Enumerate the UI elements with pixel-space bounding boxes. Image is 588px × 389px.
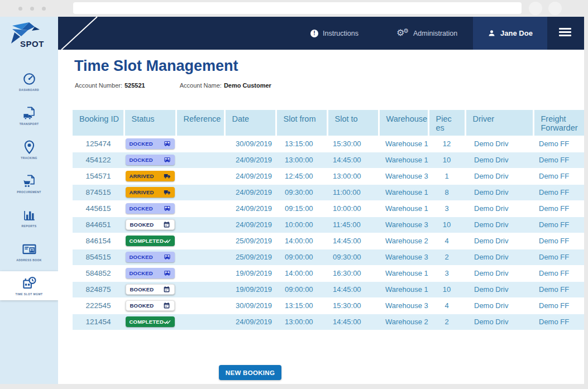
cell-driver: Demo Driv xyxy=(465,200,533,217)
cell-status: COMPLETED xyxy=(124,233,176,249)
cell-warehouse: Warehouse 3 xyxy=(379,297,428,314)
gears-icon: ⚙⚙ xyxy=(396,28,409,39)
sidebar-item-time-slot-management[interactable]: TIME SLOT MGMT xyxy=(0,271,58,300)
cell-slot-from: 13:00:00 xyxy=(276,152,327,168)
cell-pieces: 3 xyxy=(428,200,465,217)
cell-date: 30/09/2019 xyxy=(224,297,276,314)
cell-freight-forwarder: Demo FF xyxy=(533,297,584,314)
status-badge: BOOKED xyxy=(126,284,175,295)
table-row[interactable]: 824875BOOKED19/09/201909:00:0014:45:00Wa… xyxy=(73,281,584,297)
status-badge-label: BOOKED xyxy=(130,302,154,309)
decorative-diagonal xyxy=(58,17,108,50)
status-badge-label: ARRIVED xyxy=(130,173,154,179)
cell-warehouse: Warehouse 1 xyxy=(379,200,428,217)
cell-pieces: 2 xyxy=(428,314,465,330)
cell-booking-id: 125474 xyxy=(73,136,124,152)
table-row[interactable]: 874515ARRIVED24/09/201909:30:0011:00:00W… xyxy=(73,184,584,200)
table-row[interactable]: 854515DOCKED25/09/201909:00:0009:30:00Wa… xyxy=(73,249,584,265)
table-row[interactable]: 222545BOOKED30/09/201913:15:0015:30:00Wa… xyxy=(73,297,584,314)
sidebar-item-label: TRANSPORT xyxy=(20,122,39,126)
status-badge-label: DOCKED xyxy=(130,141,153,147)
sidebar-item-label: DASHBOARD xyxy=(19,88,39,92)
column-header-freight-forwarder: Freight Forwarder xyxy=(533,110,584,136)
cell-date: 24/09/2019 xyxy=(224,152,276,168)
table-row[interactable]: 125474DOCKED30/09/201913:15:0015:30:00Wa… xyxy=(73,136,584,152)
cell-freight-forwarder: Demo FF xyxy=(533,281,584,297)
status-badge-label: BOOKED xyxy=(130,222,154,228)
browser-button[interactable] xyxy=(548,2,562,15)
cell-booking-id: 846154 xyxy=(73,233,124,249)
status-badge-label: ARRIVED xyxy=(130,189,154,195)
table-row[interactable]: 121454COMPLETED24/09/201913:00:0014:45:0… xyxy=(73,314,584,330)
sidebar-item-reports[interactable]: REPORTS xyxy=(0,203,58,232)
cell-booking-id: 584852 xyxy=(73,265,124,281)
calendar-icon xyxy=(163,286,170,293)
table-row[interactable]: 846154COMPLETED25/09/201914:00:0014:45:0… xyxy=(73,233,584,249)
cell-pieces: 8 xyxy=(428,184,465,200)
navbar-item-instructions[interactable]: !Instructions xyxy=(310,17,358,50)
cell-warehouse: Warehouse 1 xyxy=(379,152,428,168)
truck-front-icon xyxy=(164,205,171,212)
cell-warehouse: Warehouse 2 xyxy=(379,233,428,249)
cell-status: DOCKED xyxy=(124,136,176,152)
sidebar-item-procurement[interactable]: PROCUREMENT xyxy=(0,169,58,198)
user-menu[interactable]: Jane Doe xyxy=(473,17,547,50)
table-row[interactable]: 154571ARRIVED24/09/201912:45:0013:00:00W… xyxy=(73,168,584,184)
cell-slot-from: 10:00:00 xyxy=(276,217,327,233)
status-badge: ARRIVED xyxy=(126,187,175,198)
column-header-date: Date xyxy=(224,110,276,136)
sidebar-item-transport[interactable]: TRANSPORT xyxy=(0,101,58,130)
cell-booking-id: 844651 xyxy=(73,217,124,233)
cell-booking-id: 454122 xyxy=(73,152,124,168)
table-row[interactable]: 454122DOCKED24/09/201913:00:0014:45:00Wa… xyxy=(73,152,584,168)
address-bar[interactable] xyxy=(73,2,522,14)
cell-slot-from: 09:15:00 xyxy=(276,200,327,217)
cell-freight-forwarder: Demo FF xyxy=(533,265,584,281)
cell-slot-to: 14:45:00 xyxy=(327,233,379,249)
navbar-item-label: Administration xyxy=(413,30,457,37)
navbar-item-administration[interactable]: ⚙⚙Administration xyxy=(396,17,457,50)
sidebar-item-dashboard[interactable]: DASHBOARD xyxy=(0,67,58,96)
cell-slot-to: 14:45:00 xyxy=(327,314,379,330)
sidebar-item-address-book[interactable]: ADDRESS BOOK xyxy=(0,237,58,266)
cell-driver: Demo Driv xyxy=(465,297,533,314)
cell-status: ARRIVED xyxy=(124,168,176,184)
cell-date: 19/09/2019 xyxy=(224,281,276,297)
column-header-warehouse: Warehouse xyxy=(379,110,428,136)
cell-slot-to: 14:45:00 xyxy=(327,152,379,168)
cell-warehouse: Warehouse 1 xyxy=(379,265,428,281)
table-row[interactable]: 844651BOOKED24/09/201910:00:0011:45:00Wa… xyxy=(73,217,584,233)
cell-warehouse: Warehouse 1 xyxy=(379,136,428,152)
info-icon: ! xyxy=(310,30,318,37)
table-row[interactable]: 584852DOCKED19/09/201914:00:0016:30:00Wa… xyxy=(73,265,584,281)
cell-date: 24/09/2019 xyxy=(224,217,276,233)
status-badge: DOCKED xyxy=(126,155,175,165)
cell-freight-forwarder: Demo FF xyxy=(533,249,584,265)
browser-chrome xyxy=(0,0,588,17)
cell-driver: Demo Driv xyxy=(465,152,533,168)
new-booking-button[interactable]: NEW BOOKING xyxy=(219,365,281,380)
sidebar-item-tracking[interactable]: TRACKING xyxy=(0,135,58,164)
cell-freight-forwarder: Demo FF xyxy=(533,184,584,200)
truck-side-icon xyxy=(164,172,171,180)
cell-reference xyxy=(176,233,224,249)
cell-pieces: 12 xyxy=(428,136,465,152)
account-info: Account Number: 525521 Account Name: Dem… xyxy=(75,82,271,89)
status-badge-label: BOOKED xyxy=(130,286,154,292)
cell-date: 30/09/2019 xyxy=(224,136,276,152)
cell-booking-id: 824875 xyxy=(73,281,124,297)
address-card-icon xyxy=(22,242,37,257)
cell-reference xyxy=(176,168,224,184)
table-row[interactable]: 445615DOCKED24/09/201909:15:0010:00:00Wa… xyxy=(73,200,584,217)
cell-reference xyxy=(176,265,224,281)
cell-slot-from: 09:00:00 xyxy=(276,249,327,265)
hamburger-menu-icon[interactable] xyxy=(559,26,571,38)
sidebar-item-label: TRACKING xyxy=(21,156,37,160)
cell-slot-to: 11:00:00 xyxy=(327,184,379,200)
column-header-driver: Driver xyxy=(465,110,533,136)
browser-button[interactable] xyxy=(529,2,542,15)
column-header-pieces: Pieces xyxy=(428,110,465,136)
cell-status: ARRIVED xyxy=(124,184,176,200)
status-badge: COMPLETED xyxy=(126,316,175,327)
cell-driver: Demo Driv xyxy=(465,233,533,249)
